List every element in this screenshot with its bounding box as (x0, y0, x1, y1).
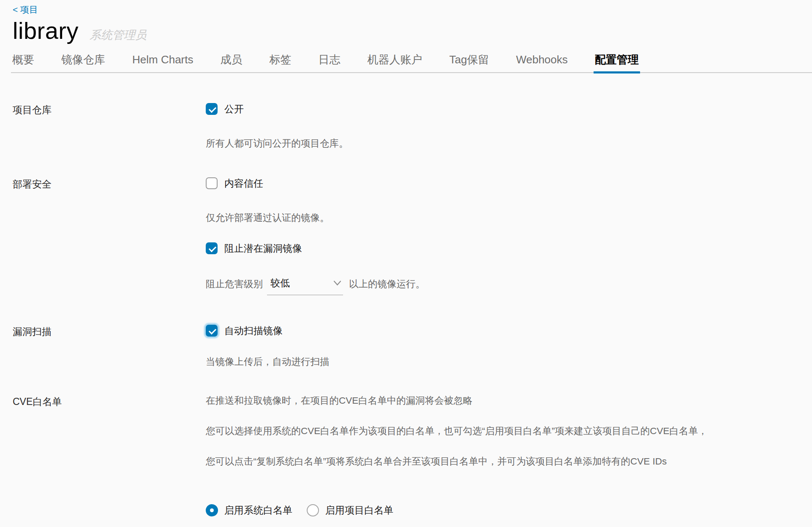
tab-summary[interactable]: 概要 (11, 54, 35, 72)
content-trust-checkbox[interactable] (206, 177, 218, 189)
auto-scan-checkbox[interactable] (206, 325, 218, 337)
tab-labels[interactable]: 标签 (268, 54, 292, 72)
section-label: 漏洞扫描 (13, 324, 206, 368)
public-checkbox-label[interactable]: 公开 (224, 103, 244, 116)
back-to-projects-link[interactable]: < 项目 (13, 5, 38, 14)
section-deployment-security: 部署安全 内容信任 仅允许部署通过认证的镜像。 阻止潜在漏洞镜像 阻止危害级别 … (13, 177, 812, 296)
severity-suffix-text: 以上的镜像运行。 (349, 278, 425, 290)
project-whitelist-radio-label[interactable]: 启用项目白名单 (325, 504, 393, 517)
content-trust-option-row: 内容信任 (206, 177, 812, 190)
page-title: library (13, 18, 79, 44)
system-whitelist-radio-label[interactable]: 启用系统白名单 (224, 504, 292, 517)
cve-paragraph-1: 在推送和拉取镜像时，在项目的CVE白名单中的漏洞将会被忽略 (206, 394, 812, 407)
content-trust-checkbox-label[interactable]: 内容信任 (224, 177, 263, 190)
severity-row: 阻止危害级别 较低 以上的镜像运行。 (206, 278, 812, 296)
tab-webhooks[interactable]: Webhooks (515, 54, 569, 72)
public-description: 所有人都可访问公开的项目仓库。 (206, 137, 812, 150)
title-row: library 系统管理员 (13, 18, 812, 44)
system-whitelist-option: 启用系统白名单 (206, 504, 292, 517)
tab-configuration[interactable]: 配置管理 (594, 54, 640, 72)
severity-selected-value: 较低 (270, 277, 290, 290)
project-whitelist-option: 启用项目白名单 (307, 504, 393, 517)
tab-robot-accounts[interactable]: 机器人账户 (366, 54, 423, 72)
system-whitelist-radio[interactable] (206, 504, 218, 516)
chevron-down-icon (333, 280, 341, 286)
severity-prefix-text: 阻止危害级别 (206, 278, 263, 290)
configuration-form: 项目仓库 公开 所有人都可访问公开的项目仓库。 部署安全 内容信任 仅允许部署通… (0, 103, 812, 517)
whitelist-radio-group: 启用系统白名单 启用项目白名单 (206, 504, 812, 517)
cve-paragraph-3: 您可以点击“复制系统白名单”项将系统白名单合并至该项目白名单中，并可为该项目白名… (206, 455, 812, 467)
section-cve-whitelist: CVE白名单 在推送和拉取镜像时，在项目的CVE白名单中的漏洞将会被忽略 您可以… (13, 394, 812, 517)
prevent-vulnerable-checkbox[interactable] (206, 242, 218, 254)
tab-members[interactable]: 成员 (219, 54, 243, 72)
tab-repositories[interactable]: 镜像仓库 (60, 54, 106, 72)
section-label: 部署安全 (13, 177, 206, 296)
auto-scan-checkbox-label[interactable]: 自动扫描镜像 (224, 324, 283, 337)
section-label: CVE白名单 (13, 394, 206, 517)
severity-select[interactable]: 较低 (267, 277, 343, 295)
public-option-row: 公开 (206, 103, 812, 116)
auto-scan-option-row: 自动扫描镜像 (206, 324, 812, 337)
page-header: < 项目 library 系统管理员 (0, 0, 812, 44)
section-project-repository: 项目仓库 公开 所有人都可访问公开的项目仓库。 (13, 103, 812, 150)
section-vulnerability-scan: 漏洞扫描 自动扫描镜像 当镜像上传后，自动进行扫描 (13, 324, 812, 368)
project-config-page: < 项目 library 系统管理员 概要 镜像仓库 Helm Charts 成… (0, 0, 812, 527)
project-whitelist-radio[interactable] (307, 504, 319, 516)
tab-logs[interactable]: 日志 (317, 54, 341, 72)
auto-scan-description: 当镜像上传后，自动进行扫描 (206, 355, 812, 368)
section-label: 项目仓库 (13, 103, 206, 150)
public-checkbox[interactable] (206, 103, 218, 115)
content-trust-description: 仅允许部署通过认证的镜像。 (206, 211, 812, 224)
tab-helm-charts[interactable]: Helm Charts (131, 54, 194, 72)
tab-bar: 概要 镜像仓库 Helm Charts 成员 标签 日志 机器人账户 Tag保留… (11, 54, 812, 73)
tab-tag-retention[interactable]: Tag保留 (448, 54, 490, 72)
prevent-vulnerable-option-row: 阻止潜在漏洞镜像 (206, 242, 812, 255)
prevent-vulnerable-checkbox-label[interactable]: 阻止潜在漏洞镜像 (224, 242, 302, 255)
role-subtitle: 系统管理员 (90, 27, 147, 43)
cve-paragraph-2: 您可以选择使用系统的CVE白名单作为该项目的白名单，也可勾选“启用项目白名单”项… (206, 425, 812, 437)
